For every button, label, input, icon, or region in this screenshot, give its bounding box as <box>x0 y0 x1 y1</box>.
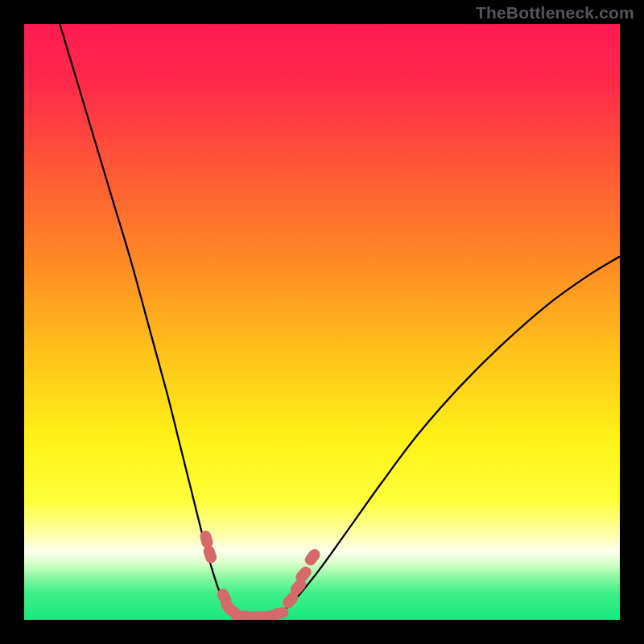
curve-line <box>60 24 620 617</box>
watermark-text: TheBottleneck.com <box>476 3 634 23</box>
bottleneck-curve <box>24 24 620 620</box>
chart-frame: TheBottleneck.com <box>0 0 644 644</box>
trough-markers <box>199 530 323 620</box>
svg-rect-13 <box>303 547 322 568</box>
plot-area <box>24 24 620 620</box>
